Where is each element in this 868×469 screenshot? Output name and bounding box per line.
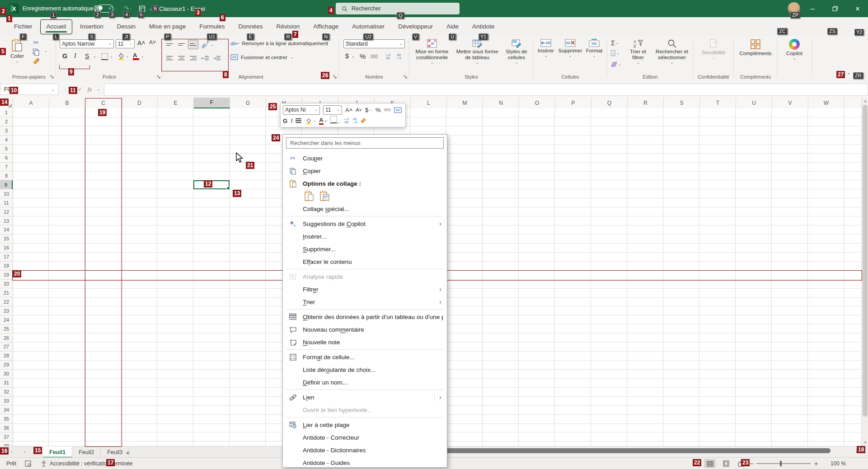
row-header-24[interactable]: 24 bbox=[0, 315, 13, 324]
insert-cells-button[interactable]: Insérer⌄ bbox=[535, 39, 557, 57]
mini-currency-button[interactable]: $⌄ bbox=[365, 107, 372, 113]
find-select-button[interactable]: Rechercher et sélectionner ⌄ bbox=[652, 39, 691, 64]
accessibility-status[interactable]: Accessibilité : vérification terminée bbox=[41, 458, 132, 469]
font-color-dropdown[interactable]: ⌄ bbox=[141, 55, 144, 58]
sort-filter-button[interactable]: AZ Trier et filtrer ⌄ bbox=[625, 39, 651, 64]
mini-fill-color-button[interactable]: ⌄ bbox=[305, 117, 316, 124]
mini-shrink-font-button[interactable]: A˅ bbox=[356, 107, 362, 113]
mini-italic-button[interactable]: I bbox=[291, 117, 292, 124]
column-header-O[interactable]: O bbox=[519, 98, 555, 108]
mini-percent-button[interactable]: % bbox=[375, 107, 381, 113]
menu-item-effacer-le-contenu[interactable]: Effacer le contenu bbox=[283, 255, 447, 268]
restore-button[interactable] bbox=[825, 0, 845, 17]
underline-dropdown[interactable]: ⌄ bbox=[93, 55, 96, 58]
copy-button[interactable] bbox=[33, 48, 40, 56]
align-middle-button[interactable] bbox=[176, 40, 187, 49]
row-header-5[interactable]: 5 bbox=[0, 145, 13, 154]
bold-button[interactable]: G bbox=[62, 52, 67, 60]
tab-Données[interactable]: DonnéesÉ bbox=[232, 20, 268, 34]
menu-item-trier[interactable]: Trier› bbox=[283, 295, 447, 308]
mini-grow-font-button[interactable]: A˄ bbox=[345, 107, 352, 113]
column-header-S[interactable]: S bbox=[664, 98, 700, 108]
row-header-13[interactable]: 13 bbox=[0, 216, 13, 225]
column-header-B[interactable]: B bbox=[49, 98, 85, 108]
tab-Accueil[interactable]: AccueilL bbox=[40, 19, 73, 34]
clear-button[interactable]: ⌄ bbox=[611, 61, 621, 67]
column-header-U[interactable]: U bbox=[736, 98, 772, 108]
number-dialog-launcher[interactable] bbox=[403, 75, 408, 79]
row-header-10[interactable]: 10 bbox=[0, 189, 13, 198]
row-header-14[interactable]: 14 bbox=[0, 225, 13, 234]
row-header-32[interactable]: 32 bbox=[0, 388, 13, 397]
shrink-font-button[interactable]: A˅ bbox=[149, 39, 156, 46]
tab-Antidote[interactable]: AntidoteY1 bbox=[466, 20, 501, 34]
column-header-R[interactable]: R bbox=[628, 98, 664, 108]
zoom-in-button[interactable]: + bbox=[814, 458, 818, 469]
font-name-select[interactable]: Aptos Narrow⌄ bbox=[60, 39, 114, 48]
menu-item-antidote-dictionnaires[interactable]: Antidote - Dictionnaires bbox=[283, 444, 447, 456]
format-painter-button[interactable] bbox=[33, 58, 40, 66]
row-header-37[interactable]: 37 bbox=[0, 432, 13, 441]
addins-button[interactable]: Compléments bbox=[738, 39, 773, 56]
menu-item-couper[interactable]: ✂Couper bbox=[283, 152, 447, 164]
excel-app-icon[interactable]: X bbox=[9, 4, 19, 14]
mini-format-painter-icon[interactable] bbox=[360, 117, 367, 124]
menu-item-format-de-cellule-[interactable]: Format de cellule... bbox=[283, 351, 447, 363]
menu-item-filtrer[interactable]: Filtrer› bbox=[283, 283, 447, 295]
column-header-D[interactable]: D bbox=[122, 98, 158, 108]
collapse-ribbon-button[interactable]: ⌃ bbox=[847, 72, 850, 77]
sheet-nav-prev-icon[interactable]: ‹ bbox=[11, 449, 13, 454]
menu-item-suggestions-de-copilot[interactable]: Suggestions de Copilot› bbox=[283, 217, 447, 230]
menu-item-antidote-guides[interactable]: Antidote - Guides bbox=[283, 456, 447, 469]
row-header-22[interactable]: 22 bbox=[0, 297, 13, 306]
paste-option-keep-formatting[interactable] bbox=[303, 190, 315, 202]
sensitivity-button[interactable]: Sensibilité⌄ bbox=[699, 39, 728, 59]
italic-button[interactable]: I bbox=[74, 52, 76, 60]
conditional-formatting-button[interactable]: Mise en forme conditionnelle ⌄ bbox=[411, 39, 453, 64]
tab-Développeur[interactable]: DéveloppeurV bbox=[392, 20, 439, 34]
row-header-20[interactable]: 20 bbox=[0, 280, 13, 289]
tab-Automatiser[interactable]: AutomatiserU2 bbox=[346, 20, 390, 34]
mini-font-name-select[interactable]: Aptos Ni⌄ bbox=[283, 105, 320, 115]
row-header-4[interactable]: 4 bbox=[0, 136, 13, 145]
zoom-slider[interactable] bbox=[756, 463, 811, 464]
align-right-button[interactable] bbox=[188, 53, 198, 63]
column-header-W[interactable]: W bbox=[808, 98, 845, 108]
tab-Dessin[interactable]: DessinJI bbox=[111, 20, 141, 34]
mini-decrease-decimal-button[interactable]: .00→0 bbox=[352, 117, 357, 124]
mini-font-color-button[interactable]: A⌄ bbox=[319, 117, 327, 125]
confirm-entry-icon[interactable]: ✓ bbox=[78, 86, 83, 93]
currency-button[interactable]: $ bbox=[345, 52, 349, 60]
row-header-17[interactable]: 17 bbox=[0, 253, 13, 262]
row-header-28[interactable]: 28 bbox=[0, 352, 13, 361]
row-header-15[interactable]: 15 bbox=[0, 234, 13, 244]
autosum-button[interactable]: Σ⌄ bbox=[611, 39, 619, 47]
mini-increase-decimal-button[interactable]: ←0.00 bbox=[343, 117, 349, 124]
mini-thousands-button[interactable]: 000 bbox=[384, 108, 391, 112]
clipboard-dialog-launcher[interactable] bbox=[50, 75, 54, 79]
font-color-button[interactable]: A bbox=[133, 52, 139, 60]
vertical-scrollbar[interactable]: ▲ ▼ bbox=[861, 98, 868, 446]
name-box[interactable]: F9 ⌄ bbox=[0, 84, 59, 95]
row-header-11[interactable]: 11 bbox=[0, 198, 13, 207]
tab-Aide[interactable]: AideÙ bbox=[441, 20, 464, 34]
zoom-level[interactable]: 100 % bbox=[830, 458, 846, 469]
row-header-18[interactable]: 18 bbox=[0, 262, 13, 271]
row-header-29[interactable]: 29 bbox=[0, 361, 13, 370]
borders-dropdown[interactable]: ⌄ bbox=[110, 55, 113, 58]
menu-item-liste-d-roulante-de-choix-[interactable]: Liste déroulante de choix... bbox=[283, 363, 447, 376]
format-as-table-button[interactable]: Mettre sous forme de tableau ⌄ bbox=[455, 39, 500, 64]
column-header-Q[interactable]: Q bbox=[591, 98, 628, 108]
column-header-M[interactable]: M bbox=[447, 98, 483, 108]
menu-item-obtenir-des-donn-es-partir-d-un-tableau-ou-d-une-plage-[interactable]: Obtenir des données à partir d'un tablea… bbox=[283, 310, 447, 323]
row-header-27[interactable]: 27 bbox=[0, 342, 13, 352]
formula-input[interactable] bbox=[104, 84, 868, 96]
menu-item-antidote-correcteur[interactable]: Antidote - Correcteur bbox=[283, 431, 447, 444]
row-header-31[interactable]: 31 bbox=[0, 379, 13, 388]
tab-Fichier[interactable]: FichierF bbox=[8, 20, 38, 34]
horizontal-scrollbar[interactable]: ◄ ► bbox=[435, 446, 861, 456]
row-header-26[interactable]: 26 bbox=[0, 333, 13, 342]
row-header-8[interactable]: 8 bbox=[0, 171, 13, 180]
number-format-select[interactable]: Standard⌄ bbox=[343, 39, 405, 48]
row-header-19[interactable]: 19 bbox=[0, 271, 13, 280]
